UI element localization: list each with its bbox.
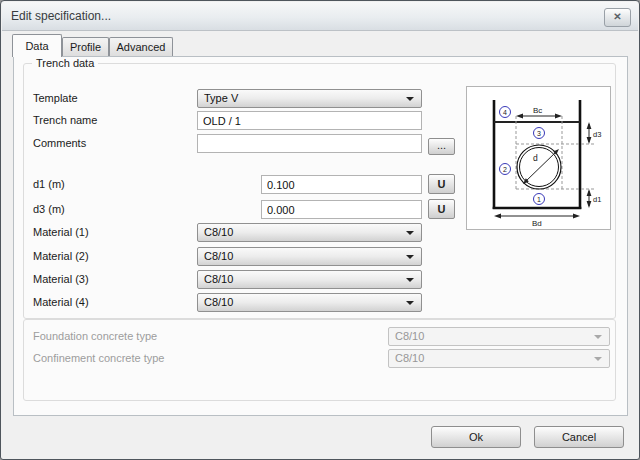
svg-text:3: 3 [537, 130, 541, 137]
close-button[interactable]: ✕ [604, 8, 631, 27]
layer-marker-1: 1 [534, 194, 545, 205]
cancel-button[interactable]: Cancel [534, 426, 624, 448]
template-dropdown-value: Type V [204, 90, 238, 107]
window-title: Edit specification... [11, 9, 111, 23]
foundation-concrete-value: C8/10 [395, 328, 424, 345]
template-dropdown[interactable]: Type V [197, 89, 422, 108]
trench-diagram: Bc d3 d1 Bd d 4 [466, 86, 611, 230]
layer-marker-3: 3 [534, 128, 545, 139]
d1-label: d1 (m) [33, 175, 65, 194]
trench-cross-section-drawing: Bc d3 d1 Bd d 4 [467, 87, 610, 229]
chevron-down-icon [406, 97, 414, 101]
material-2-label: Material (2) [33, 247, 89, 266]
comments-label: Comments [33, 134, 86, 153]
material-4-dropdown[interactable]: C8/10 [197, 293, 422, 312]
tab-profile[interactable]: Profile [62, 37, 109, 57]
chevron-down-icon [406, 278, 414, 282]
material-1-dropdown-value: C8/10 [204, 224, 233, 241]
material-3-label: Material (3) [33, 270, 89, 289]
svg-text:1: 1 [537, 196, 541, 203]
material-3-dropdown[interactable]: C8/10 [197, 270, 422, 289]
title-bar[interactable]: Edit specification... ✕ [2, 2, 638, 31]
svg-text:2: 2 [503, 166, 507, 173]
material-2-dropdown-value: C8/10 [204, 248, 233, 265]
d3-input[interactable] [261, 200, 422, 219]
groupbox-title: Trench data [32, 57, 98, 69]
ok-button[interactable]: Ok [431, 426, 521, 448]
trench-name-input[interactable] [197, 111, 422, 130]
material-3-dropdown-value: C8/10 [204, 271, 233, 288]
chevron-down-icon [594, 357, 602, 361]
d3-label: d3 (m) [33, 200, 65, 219]
d3-unit-button[interactable]: U [428, 199, 455, 219]
confinement-concrete-dropdown: C8/10 [388, 349, 610, 368]
tab-data[interactable]: Data [12, 34, 62, 57]
layer-marker-2: 2 [500, 164, 511, 175]
comments-input[interactable] [197, 134, 422, 153]
foundation-concrete-label: Foundation concrete type [33, 327, 157, 346]
svg-text:4: 4 [503, 109, 507, 116]
material-2-dropdown[interactable]: C8/10 [197, 247, 422, 266]
confinement-concrete-value: C8/10 [395, 350, 424, 367]
dim-label-d3: d3 [593, 130, 601, 139]
dim-label-d1: d1 [593, 195, 601, 204]
d1-unit-button[interactable]: U [428, 174, 455, 194]
material-4-label: Material (4) [33, 293, 89, 312]
dim-label-bc: Bc [533, 106, 542, 115]
layer-marker-4: 4 [500, 107, 511, 118]
foundation-concrete-dropdown: C8/10 [388, 327, 610, 346]
chevron-down-icon [406, 231, 414, 235]
material-4-dropdown-value: C8/10 [204, 294, 233, 311]
close-icon: ✕ [613, 11, 621, 22]
chevron-down-icon [406, 255, 414, 259]
dim-label-bd: Bd [532, 219, 542, 228]
edit-specification-dialog: Edit specification... ✕ Data Profile Adv… [0, 0, 640, 460]
material-1-label: Material (1) [33, 223, 89, 242]
material-1-dropdown[interactable]: C8/10 [197, 223, 422, 242]
trench-name-label: Trench name [33, 111, 97, 130]
dim-label-d: d [533, 153, 538, 163]
tab-advanced[interactable]: Advanced [109, 37, 173, 57]
template-label: Template [33, 89, 78, 108]
chevron-down-icon [406, 301, 414, 305]
confinement-concrete-label: Confinement concrete type [33, 349, 164, 368]
chevron-down-icon [594, 335, 602, 339]
comments-browse-button[interactable]: ... [428, 138, 455, 155]
d1-input[interactable] [261, 175, 422, 194]
